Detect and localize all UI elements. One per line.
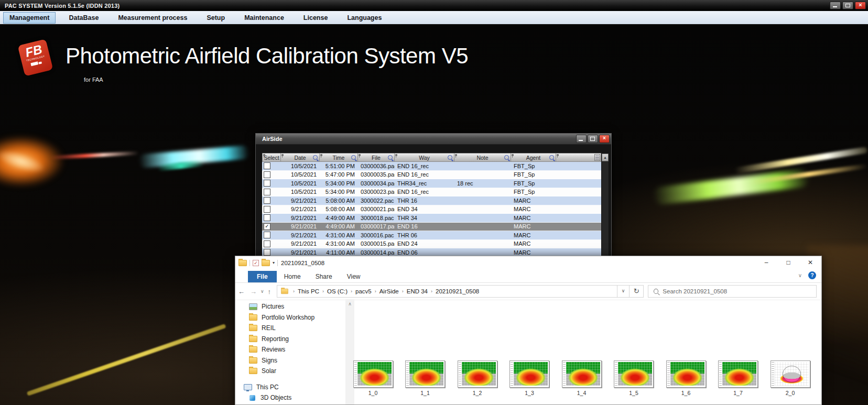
search-icon[interactable]: [313, 155, 318, 160]
row-checkbox[interactable]: [264, 171, 270, 178]
row-checkbox[interactable]: ✓: [264, 223, 270, 230]
row-checkbox[interactable]: [264, 197, 270, 204]
file-item-1_4[interactable]: 1_4: [556, 360, 607, 396]
menu-item-maintenance[interactable]: Maintenance: [238, 12, 290, 24]
column-header-time[interactable]: Time: [320, 153, 358, 162]
table-row[interactable]: 10/5/20215:34:00 PM03000034.pacTHR34_rec…: [262, 179, 601, 188]
sidebar-item-signs[interactable]: Signs: [249, 355, 277, 366]
file-item-1_0[interactable]: 1_0: [347, 360, 399, 396]
airside-close-button[interactable]: ×: [599, 135, 610, 143]
row-checkbox[interactable]: [264, 162, 270, 169]
file-item-1_2[interactable]: 1_2: [451, 360, 503, 396]
search-input[interactable]: [661, 288, 816, 295]
row-checkbox[interactable]: [264, 206, 270, 213]
search-icon[interactable]: [549, 155, 554, 160]
menu-item-license[interactable]: License: [297, 12, 334, 24]
menu-item-management[interactable]: Management: [3, 12, 56, 24]
tab-home[interactable]: Home: [277, 271, 308, 282]
menu-item-languages[interactable]: Languages: [341, 12, 388, 24]
qat-dropdown-icon[interactable]: ▾: [273, 260, 275, 265]
sidebar-item-portfolio-workshop[interactable]: Portfolio Workshop: [249, 312, 314, 323]
row-checkbox[interactable]: [264, 240, 270, 247]
column-header-agent[interactable]: Agent: [511, 153, 556, 162]
airside-vertical-scrollbar[interactable]: ▲: [601, 153, 609, 257]
file-item-1_6[interactable]: 1_6: [660, 360, 712, 396]
breadcrumb-item[interactable]: AirSide: [378, 288, 400, 294]
explorer-close-button[interactable]: ✕: [799, 256, 821, 269]
breadcrumb-item[interactable]: pacv5: [354, 288, 373, 294]
breadcrumb-item[interactable]: This PC: [297, 288, 320, 294]
sidebar-item-reviews[interactable]: Reviews: [249, 344, 285, 355]
table-row[interactable]: 9/21/20214:31:00 AM03000015.pacEND 24MAR…: [262, 240, 601, 249]
sidebar-item-solar[interactable]: Solar: [249, 366, 276, 376]
column-header-note[interactable]: Note: [454, 153, 511, 162]
table-row[interactable]: 9/21/20214:49:00 AM3000018.pacTHR 34MARC: [262, 214, 601, 223]
forward-button[interactable]: →: [250, 288, 257, 295]
back-button[interactable]: ←: [238, 288, 245, 295]
tab-view[interactable]: View: [340, 271, 368, 282]
file-item-1_3[interactable]: 1_3: [504, 360, 556, 396]
column-header-date[interactable]: Date: [281, 153, 320, 162]
sidebar-item-reil[interactable]: REIL: [249, 323, 276, 333]
checkmark-toolbar-icon[interactable]: ✓: [253, 260, 259, 266]
row-checkbox[interactable]: [264, 180, 270, 187]
menu-item-measurement-process[interactable]: Measurement process: [112, 12, 193, 24]
sidebar-item-3d-objects[interactable]: 3D Objects: [249, 392, 291, 403]
file-item-2_0[interactable]: 2_0: [764, 360, 816, 396]
app-close-button[interactable]: ×: [855, 2, 866, 9]
airside-titlebar[interactable]: AirSide ×: [256, 134, 611, 145]
search-icon[interactable]: [351, 155, 356, 160]
column-header-file[interactable]: File: [358, 153, 395, 162]
tab-file[interactable]: File: [248, 271, 277, 282]
breadcrumb-item[interactable]: OS (C:): [326, 288, 349, 294]
file-item-1_5[interactable]: 1_5: [608, 360, 660, 396]
sidebar-item-pictures[interactable]: Pictures: [249, 301, 284, 312]
sidebar-item-label: 3D Objects: [261, 394, 291, 401]
search-box[interactable]: [648, 285, 817, 298]
breadcrumb-item[interactable]: 20210921_0508: [435, 288, 480, 294]
file-item-1_1[interactable]: 1_1: [399, 360, 451, 396]
search-icon[interactable]: [388, 155, 393, 160]
row-checkbox[interactable]: [264, 214, 270, 221]
search-icon[interactable]: [448, 155, 452, 160]
scroll-up-button[interactable]: ▲: [602, 154, 609, 161]
address-dropdown-button[interactable]: ∨: [617, 285, 630, 298]
recent-locations-dropdown[interactable]: ∨: [261, 289, 264, 294]
file-item-1_7[interactable]: 1_7: [712, 360, 764, 396]
row-checkbox[interactable]: [264, 232, 270, 238]
menu-item-database[interactable]: DataBase: [62, 12, 105, 24]
app-minimize-button[interactable]: [830, 2, 841, 9]
address-bar[interactable]: ›This PC›OS (C:)›pacv5›AirSide›END 34›20…: [277, 285, 617, 298]
table-row[interactable]: 9/21/20214:31:00 AM3000016.pacTHR 06MARC: [262, 231, 601, 240]
explorer-titlebar[interactable]: ✓ ▾ 20210921_0508 – □ ✕: [235, 256, 821, 269]
row-checkbox[interactable]: [264, 189, 270, 195]
airside-maximize-button[interactable]: [588, 135, 598, 143]
explorer-minimize-button[interactable]: –: [755, 256, 777, 269]
tab-share[interactable]: Share: [308, 271, 340, 282]
row-checkbox[interactable]: [264, 249, 270, 256]
column-header-way[interactable]: Way: [395, 153, 454, 162]
sidebar-item-this-pc[interactable]: This PC: [244, 382, 279, 392]
sidebar-item-reporting[interactable]: Reporting: [249, 334, 289, 344]
breadcrumb-item[interactable]: END 34: [406, 288, 429, 294]
table-row[interactable]: 9/21/20215:08:00 AM3000022.pacTHR 16MARC: [262, 196, 601, 205]
folder-icon: [249, 368, 257, 374]
menu-item-setup[interactable]: Setup: [200, 12, 231, 24]
explorer-maximize-button[interactable]: □: [777, 256, 799, 269]
table-corner-button[interactable]: [594, 154, 600, 161]
table-row[interactable]: 9/21/20215:08:00 AM03000021.pacEND 34MAR…: [262, 205, 601, 214]
up-button[interactable]: ↑: [268, 288, 272, 295]
table-row[interactable]: 10/5/20215:51:00 PM03000036.pacEND 16_re…: [262, 162, 601, 171]
ribbon-collapse-icon[interactable]: ∨: [798, 272, 802, 278]
table-row[interactable]: ✓9/21/20214:49:00 AM03000017.pacEND 16MA…: [262, 223, 601, 232]
search-icon[interactable]: [504, 155, 509, 160]
airside-minimize-button[interactable]: [576, 135, 587, 143]
table-row[interactable]: 10/5/20215:34:00 PM03000023.pacEND 16_re…: [262, 188, 601, 197]
new-folder-toolbar-icon[interactable]: [262, 260, 270, 266]
table-row[interactable]: 10/5/20215:47:00 PM03000035.pacEND 16_re…: [262, 171, 601, 180]
explorer-window-title: 20210921_0508: [281, 260, 324, 266]
help-icon[interactable]: ?: [808, 271, 816, 279]
column-header-select[interactable]: Select: [262, 153, 281, 162]
refresh-button[interactable]: ↻: [630, 285, 644, 298]
app-restore-button[interactable]: [842, 2, 853, 9]
